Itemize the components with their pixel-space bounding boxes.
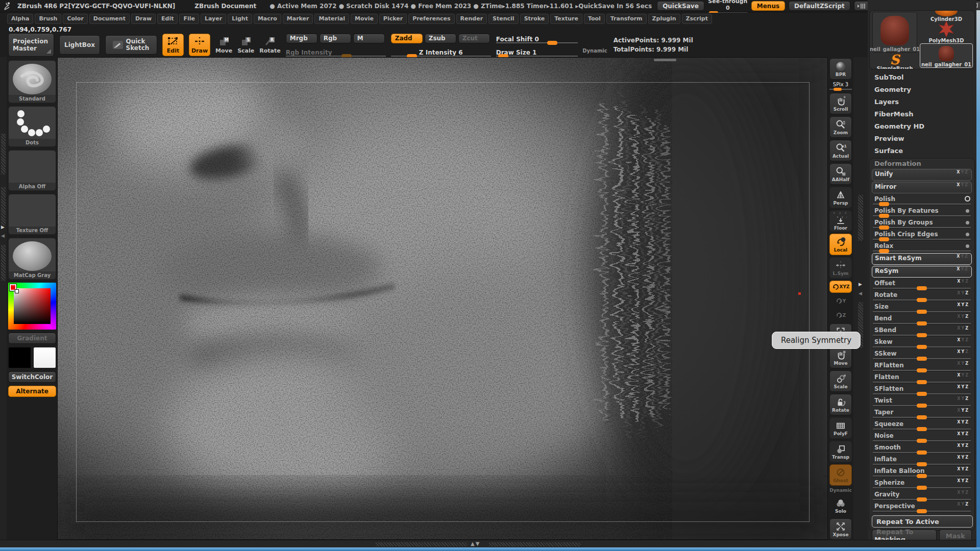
menu-marker[interactable]: Marker xyxy=(283,14,313,24)
edit-button[interactable]: Edit xyxy=(162,34,184,56)
deformation-offset[interactable]: OffsetXYZ xyxy=(872,279,972,289)
menus-button[interactable]: Menus xyxy=(751,1,785,11)
rgb-button[interactable]: Rgb xyxy=(320,34,351,43)
quicksave-button[interactable]: QuickSave xyxy=(657,1,704,11)
alternate-button[interactable]: Alternate xyxy=(8,386,56,397)
see-through-slider[interactable]: See-through 0 xyxy=(708,0,748,14)
shelf-rot-z-button[interactable]: ZZ xyxy=(829,309,852,321)
zadd-button[interactable]: Zadd xyxy=(391,34,423,43)
menu-transform[interactable]: Transform xyxy=(606,14,647,24)
menu-stroke[interactable]: Stroke xyxy=(520,14,549,24)
shelf-move3d-button[interactable]: Move xyxy=(829,347,852,368)
deformation-smart-resym[interactable]: Smart ReSymXYZ xyxy=(872,253,972,265)
deformation-noise[interactable]: NoiseXYZ xyxy=(872,431,972,442)
color-picker[interactable] xyxy=(8,283,56,330)
shelf-zoom-button[interactable]: Zoom xyxy=(829,116,852,138)
m-button[interactable]: M xyxy=(353,34,385,43)
section-geometry-hd[interactable]: Geometry HD xyxy=(868,120,976,133)
section-geometry[interactable]: Geometry xyxy=(868,84,976,96)
document-canvas[interactable] xyxy=(57,57,828,540)
deformation-sbend[interactable]: SBendXYZ xyxy=(872,325,972,336)
tray-expand-arrow-icon[interactable]: ▶ xyxy=(859,282,862,287)
deformation-resym[interactable]: ReSymXYZ xyxy=(872,266,972,278)
tray-open-arrow-icon[interactable]: ▶ xyxy=(1,224,5,230)
section-surface[interactable]: Surface xyxy=(868,145,976,157)
tray-collapse-arrow-icon[interactable]: ◀ xyxy=(859,291,862,296)
current-material-tile[interactable]: MatCap Gray xyxy=(8,238,56,280)
z-intensity-slider[interactable]: Z Intensity 6 xyxy=(391,47,491,57)
menu-alpha[interactable]: Alpha xyxy=(7,14,33,24)
menu-color[interactable]: Color xyxy=(63,14,87,24)
tool-item-selected[interactable]: neil_gallagher_01 xyxy=(920,43,973,68)
deformation-skew[interactable]: SkewXYZ xyxy=(872,337,972,348)
focal-shift-handle[interactable] xyxy=(547,41,557,45)
deformation-twist-handle[interactable] xyxy=(917,404,927,408)
spix-handle[interactable] xyxy=(834,88,842,91)
deformation-polish-by-groups-handle[interactable] xyxy=(879,226,889,230)
current-stroke-tile[interactable]: Dots xyxy=(8,106,56,147)
shelf-spix-slider[interactable]: SPix 3 xyxy=(829,82,852,91)
deformation-noise-handle[interactable] xyxy=(917,439,927,443)
bottom-tray-divider[interactable]: ▲▼ xyxy=(0,540,980,547)
axis-toggle-dot[interactable] xyxy=(966,221,969,224)
deformation-polish-by-features-handle[interactable] xyxy=(879,214,889,218)
zcut-button[interactable]: Zcut xyxy=(458,34,490,43)
deformation-smooth-handle[interactable] xyxy=(917,450,927,455)
deformation-polish[interactable]: Polish xyxy=(872,194,972,205)
menu-draw[interactable]: Draw xyxy=(131,14,156,24)
deformation-polish-crisp-edges[interactable]: Polish Crisp Edges xyxy=(872,230,972,240)
deformation-inflate-balloon[interactable]: Inflate BalloonXYZ xyxy=(872,466,972,477)
deformation-polish-by-groups[interactable]: Polish By Groups xyxy=(872,218,972,229)
focal-shift-slider[interactable]: Focal Shift 0 xyxy=(496,34,578,43)
current-alpha-tile[interactable]: Alpha Off xyxy=(8,150,56,191)
deformation-offset-handle[interactable] xyxy=(917,286,927,290)
deformation-rflatten[interactable]: RFlattenXYZ xyxy=(872,361,972,371)
deformation-polish-crisp-edges-handle[interactable] xyxy=(879,237,889,241)
shelf-solo-button[interactable]: Solo xyxy=(829,495,852,516)
quick-sketch-button[interactable]: Quick Sketch xyxy=(105,35,157,55)
deformation-rotate[interactable]: RotateXYZ xyxy=(872,290,972,301)
rotate-button[interactable]: R Rotate xyxy=(259,36,280,54)
menu-light[interactable]: Light xyxy=(228,14,252,24)
shelf-rotate3d-button[interactable]: Rotate xyxy=(829,394,852,415)
menu-brush[interactable]: Brush xyxy=(35,14,61,24)
deformation-taper[interactable]: TaperXYZ xyxy=(872,408,972,418)
deformation-inflate-handle[interactable] xyxy=(917,462,927,466)
deformation-skew-handle[interactable] xyxy=(917,345,927,349)
deformation-flatten-handle[interactable] xyxy=(917,380,927,384)
shelf-xyz-button[interactable]: XYZ xyxy=(829,281,852,293)
section-preview[interactable]: Preview xyxy=(868,133,976,145)
shelf-aahalf-button[interactable]: AAHalf xyxy=(829,163,852,185)
saturation-value-square[interactable] xyxy=(14,288,51,324)
shelf-scroll-button[interactable]: Scroll xyxy=(829,93,852,114)
current-tool-thumbnail[interactable]: neil_gallagher_01 xyxy=(872,12,917,53)
left-tray-edge[interactable]: ▶ ◀ xyxy=(0,57,7,540)
sv-cursor[interactable] xyxy=(15,289,19,293)
shelf-scale3d-button[interactable]: Scale xyxy=(829,370,852,392)
shelf-collapse-left-icon[interactable] xyxy=(854,1,869,11)
deformation-sskew-handle[interactable] xyxy=(917,357,927,361)
menu-render[interactable]: Render xyxy=(456,14,487,24)
current-texture-tile[interactable]: Texture Off xyxy=(8,194,56,235)
menu-material[interactable]: Material xyxy=(314,14,349,24)
draw-button[interactable]: Draw xyxy=(189,34,210,56)
tool-item-polymesh3d[interactable]: PolyMesh3D xyxy=(920,20,973,43)
deformation-bend[interactable]: BendXYZ xyxy=(872,314,972,324)
lightbox-button[interactable]: LightBox xyxy=(59,35,100,55)
deformation-squeeze-handle[interactable] xyxy=(917,427,927,431)
deformation-size[interactable]: SizeXYZ xyxy=(872,302,972,313)
projection-master-button[interactable]: Projection Master xyxy=(8,33,54,57)
menu-edit[interactable]: Edit xyxy=(157,14,178,24)
deformation-relax-handle[interactable] xyxy=(879,249,889,253)
shelf-lsym-button[interactable]: L.Sym xyxy=(829,257,852,279)
menu-macro[interactable]: Macro xyxy=(254,14,281,24)
menu-zscript[interactable]: Zscript xyxy=(682,14,712,24)
menu-movie[interactable]: Movie xyxy=(351,14,378,24)
deformation-squeeze[interactable]: SqueezeXYZ xyxy=(872,419,972,430)
deformation-spherize[interactable]: SpherizeXYZ xyxy=(872,478,972,489)
shelf-persp-button[interactable]: Persp xyxy=(829,187,852,208)
move-button[interactable]: M Move xyxy=(215,36,232,54)
menu-preferences[interactable]: Preferences xyxy=(408,14,454,24)
deformation-polish-by-features[interactable]: Polish By Features xyxy=(872,206,972,217)
deformation-inflate-balloon-handle[interactable] xyxy=(917,474,927,478)
